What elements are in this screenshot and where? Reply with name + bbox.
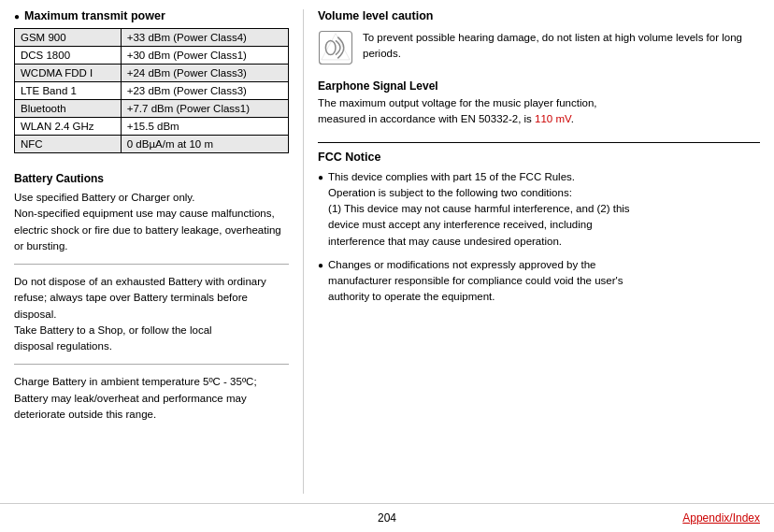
page-container: Maximum transmit power GSM 900+33 dBm (P…: [0, 0, 774, 532]
main-content: Maximum transmit power GSM 900+33 dBm (P…: [0, 0, 774, 503]
transmit-power-cell: +30 dBm (Power Class1): [121, 47, 288, 65]
left-column: Maximum transmit power GSM 900+33 dBm (P…: [14, 9, 304, 494]
earphone-section: Earphone Signal Level The maximum output…: [318, 79, 760, 128]
table-row: NFC0 dBµA/m at 10 m: [15, 136, 289, 153]
fcc-bullet: ●This device complies with part 15 of th…: [318, 169, 760, 250]
battery-section: Battery Cautions Use specified Battery o…: [14, 172, 289, 432]
earphone-text2: measured in accordance with EN 50332-2, …: [318, 113, 535, 124]
earphone-text1: The maximum output voltage for the music…: [318, 97, 597, 108]
battery-block: Do not dispose of an exhausted Battery w…: [14, 274, 289, 365]
table-row: WCDMA FDD I+24 dBm (Power Class3): [15, 65, 289, 82]
transmit-power-cell: +23 dBm (Power Class3): [121, 82, 288, 100]
fcc-bullet-dot: ●: [318, 170, 323, 184]
transmit-power-cell: +24 dBm (Power Class3): [121, 65, 288, 82]
transmit-tech-cell: Bluetooth: [15, 100, 122, 118]
right-column: Volume level caution To prevent possible…: [304, 9, 760, 494]
table-row: Bluetooth+7.7 dBm (Power Class1): [15, 100, 289, 118]
earphone-title: Earphone Signal Level: [318, 79, 760, 93]
battery-block: Use specified Battery or Charger only. N…: [14, 190, 289, 265]
transmit-tech-cell: GSM 900: [15, 29, 122, 47]
transmit-tech-cell: WCDMA FDD I: [15, 65, 122, 82]
earphone-text3: .: [571, 113, 574, 124]
transmit-power-cell: +7.7 dBm (Power Class1): [121, 100, 288, 118]
transmit-tech-cell: NFC: [15, 136, 122, 153]
earphone-text: The maximum output voltage for the music…: [318, 95, 760, 128]
caution-icon: [318, 30, 353, 65]
table-row: LTE Band 1+23 dBm (Power Class3): [15, 82, 289, 100]
transmit-power-table: GSM 900+33 dBm (Power Class4)DCS 1800+30…: [14, 28, 289, 153]
transmit-power-cell: +33 dBm (Power Class4): [121, 29, 288, 47]
page-number: 204: [378, 511, 396, 525]
transmit-tech-cell: LTE Band 1: [15, 82, 122, 100]
table-row: DCS 1800+30 dBm (Power Class1): [15, 47, 289, 65]
fcc-section: FCC Notice ●This device complies with pa…: [318, 142, 760, 306]
table-row: GSM 900+33 dBm (Power Class4): [15, 29, 289, 47]
fcc-title: FCC Notice: [318, 151, 760, 164]
volume-caution-title: Volume level caution: [318, 9, 760, 22]
fcc-bullet-text: This device complies with part 15 of the…: [328, 169, 630, 250]
fcc-bullet-text: Changes or modifications not expressly a…: [328, 257, 623, 306]
volume-caution-section: Volume level caution To prevent possible…: [318, 9, 760, 65]
transmit-power-title: Maximum transmit power: [14, 9, 289, 22]
caution-text: To prevent possible hearing damage, do n…: [363, 30, 760, 63]
page-footer: 204 Appendix/Index: [0, 503, 774, 532]
battery-title: Battery Cautions: [14, 172, 289, 185]
fcc-bullet: ●Changes or modifications not expressly …: [318, 257, 760, 306]
battery-block: Charge Battery in ambient temperature 5º…: [14, 374, 289, 432]
transmit-tech-cell: DCS 1800: [15, 47, 122, 65]
appendix-index-link[interactable]: Appendix/Index: [682, 511, 760, 525]
transmit-power-cell: +15.5 dBm: [121, 118, 288, 136]
transmit-tech-cell: WLAN 2.4 GHz: [15, 118, 122, 136]
caution-box: To prevent possible hearing damage, do n…: [318, 30, 760, 65]
fcc-bullet-dot: ●: [318, 258, 323, 272]
earphone-voltage: 110 mV: [535, 113, 571, 124]
transmit-power-cell: 0 dBµA/m at 10 m: [121, 136, 288, 153]
table-row: WLAN 2.4 GHz+15.5 dBm: [15, 118, 289, 136]
